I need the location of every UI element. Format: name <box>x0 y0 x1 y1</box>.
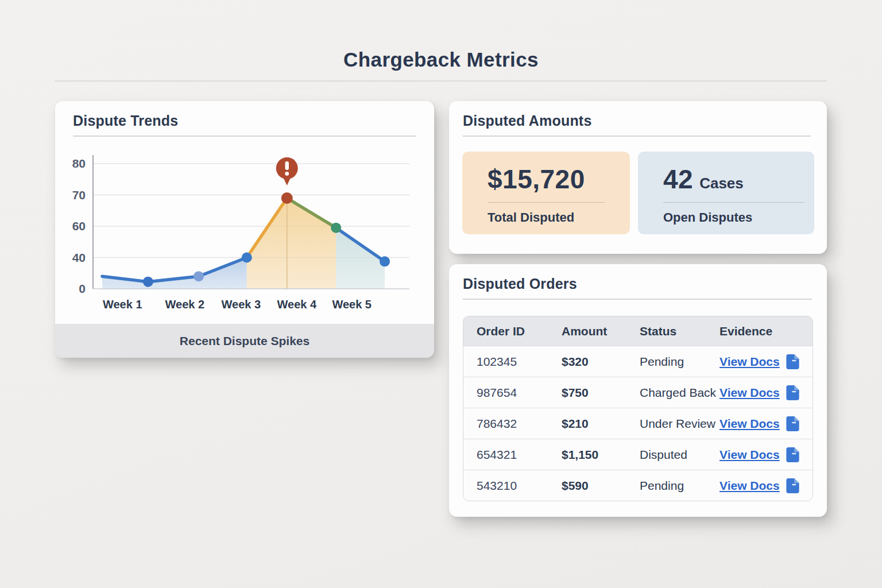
svg-text:40: 40 <box>72 251 86 264</box>
table-row: 654321$1,150DisputedView Docs <box>463 439 813 470</box>
table-row: 543210$590PendingView Docs <box>463 470 813 501</box>
evidence-cell: View Docs <box>719 354 813 369</box>
status-cell: Charged Back <box>640 386 719 400</box>
evidence-cell: View Docs <box>719 447 813 462</box>
header-status: Status <box>640 324 719 338</box>
svg-text:60: 60 <box>72 219 86 233</box>
amounts-title-divider <box>463 136 811 137</box>
amount-cell: $590 <box>562 479 640 493</box>
order-id-cell: 987654 <box>463 386 562 400</box>
alert-balloon-icon <box>276 157 298 185</box>
document-icon[interactable] <box>786 447 799 462</box>
document-icon[interactable] <box>786 416 799 431</box>
svg-text:0: 0 <box>79 282 86 295</box>
view-docs-link[interactable]: View Docs <box>719 417 780 431</box>
chart-caption: Recent Dispute Spikes <box>180 334 310 348</box>
status-cell: Pending <box>640 355 719 369</box>
header-amount: Amount <box>562 324 640 338</box>
page-title-divider <box>55 80 827 82</box>
total-disputed-label: Total Disputed <box>488 210 630 225</box>
svg-text:Week 1: Week 1 <box>103 298 142 311</box>
evidence-cell: View Docs <box>719 385 813 400</box>
order-id-cell: 786432 <box>463 417 562 431</box>
svg-text:Week 4: Week 4 <box>277 298 317 311</box>
total-disputed-stat: $15,720 Total Disputed <box>462 152 630 234</box>
table-row: 102345$320PendingView Docs <box>463 346 813 377</box>
stats-row: $15,720 Total Disputed 42 Cases Open Dis… <box>462 152 814 234</box>
open-disputes-value: 42 <box>663 166 693 192</box>
document-icon[interactable] <box>786 354 799 369</box>
table-body: 102345$320PendingView Docs987654$750Char… <box>463 346 813 501</box>
view-docs-link[interactable]: View Docs <box>719 448 780 462</box>
chart-caption-bar: Recent Dispute Spikes <box>55 324 434 358</box>
status-cell: Under Review <box>640 417 719 431</box>
table-row: 987654$750Charged BackView Docs <box>463 377 813 408</box>
evidence-cell: View Docs <box>719 416 813 431</box>
amount-cell: $320 <box>562 355 640 369</box>
view-docs-link[interactable]: View Docs <box>719 479 780 493</box>
open-disputes-unit: Cases <box>699 175 744 192</box>
amount-cell: $750 <box>562 386 640 400</box>
svg-text:80: 80 <box>72 157 86 170</box>
total-disputed-value: $15,720 <box>488 166 585 192</box>
status-cell: Pending <box>640 479 719 493</box>
document-icon[interactable] <box>786 478 799 493</box>
open-disputes-stat: 42 Cases Open Disputes <box>638 152 814 234</box>
header-order-id: Order ID <box>463 324 562 338</box>
svg-text:70: 70 <box>72 188 86 202</box>
svg-text:Week 2: Week 2 <box>165 298 205 311</box>
order-id-cell: 102345 <box>463 355 562 369</box>
header-evidence: Evidence <box>719 324 813 338</box>
view-docs-link[interactable]: View Docs <box>719 386 780 400</box>
trends-title-divider <box>73 136 416 137</box>
page-title: Chargeback Metrics <box>0 48 882 71</box>
disputed-amounts-card: Disputed Amounts $15,720 Total Disputed … <box>449 101 827 254</box>
open-disputes-label: Open Disputes <box>663 210 814 225</box>
svg-text:Week 3: Week 3 <box>222 298 261 311</box>
disputed-orders-card: Disputed Orders Order ID Amount Status E… <box>449 264 827 517</box>
order-id-cell: 654321 <box>463 448 562 462</box>
order-id-cell: 543210 <box>463 479 562 493</box>
evidence-cell: View Docs <box>719 478 813 493</box>
table-header-row: Order ID Amount Status Evidence <box>463 316 813 346</box>
orders-card-title: Disputed Orders <box>463 276 577 292</box>
table-row: 786432$210Under ReviewView Docs <box>463 408 813 439</box>
dispute-trends-card: Dispute Trends 807060400Week 1Week 2Week… <box>55 101 434 358</box>
view-docs-link[interactable]: View Docs <box>719 355 780 369</box>
status-cell: Disputed <box>640 448 719 462</box>
orders-title-divider <box>463 299 812 300</box>
stat-divider <box>488 202 605 203</box>
disputed-orders-table: Order ID Amount Status Evidence 102345$3… <box>463 316 813 501</box>
stat-divider <box>663 202 804 203</box>
svg-text:Week 5: Week 5 <box>332 298 372 311</box>
document-icon[interactable] <box>786 385 799 400</box>
dispute-trends-chart: 807060400Week 1Week 2Week 3Week 4Week 5 <box>70 138 438 316</box>
amount-cell: $1,150 <box>562 448 640 462</box>
trends-card-title: Dispute Trends <box>73 113 178 129</box>
amounts-card-title: Disputed Amounts <box>463 113 592 129</box>
amount-cell: $210 <box>562 417 640 431</box>
